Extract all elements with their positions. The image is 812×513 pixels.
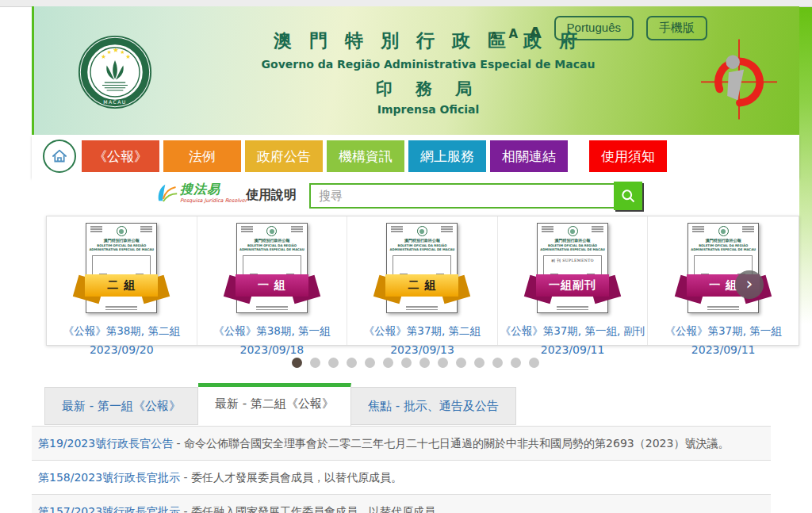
list-item: 第19/2023號行政長官公告 - 命令公佈聯合國安全理事會於二零二三年七月二十…: [32, 426, 771, 460]
mobile-version-button[interactable]: 手機版: [646, 16, 707, 40]
svg-text:★: ★: [101, 53, 106, 60]
list-item: 第158/2023號行政長官批示 - 委任人才發展委員會成員，以替代原成員。: [32, 460, 771, 494]
gazette-date: 2023/09/11: [498, 343, 648, 356]
cover-title-zh: 澳門特別行政區公報: [688, 238, 758, 243]
macau-emblem: ★ ★ ★ ★ ★ MACAU: [78, 35, 152, 109]
carousel-dot[interactable]: [310, 358, 320, 368]
item-link[interactable]: 第157/2023號行政長官批示: [38, 505, 180, 513]
gazette-link[interactable]: 《公報》第38期, 第二組: [47, 324, 197, 339]
font-size-large-button[interactable]: A: [529, 25, 541, 40]
usage-instructions-link[interactable]: 使用說明: [246, 187, 297, 204]
cover-content-box: 副 刊 SUPLEMENTO: [243, 255, 301, 292]
cover-title-pt2: ADMINISTRATIVA ESPECIAL DE MACAU: [387, 247, 457, 251]
item-link[interactable]: 第19/2023號行政長官公告: [38, 437, 173, 450]
carousel-item: 澳門特別行政區公報 BOLETIM OFICIAL DA REGIÃO ADMI…: [347, 216, 498, 345]
cover-emblem-icon: [718, 226, 729, 236]
cover-content-box: 副 刊 SUPLEMENTO: [543, 255, 602, 292]
cover-title-pt2: ADMINISTRATIVA ESPECIAL DE MACAU: [538, 247, 607, 251]
search-input[interactable]: [309, 183, 620, 209]
list-item: 第157/2023號行政長官批示 - 委任融入國家發展工作委員會成員，以替代原成…: [32, 494, 771, 513]
carousel-dot[interactable]: [292, 358, 302, 368]
soufayi-logo-link[interactable]: 搜法易 Pesquisa Jurídica Resolver: [155, 182, 247, 204]
cover-right-caption: [140, 226, 152, 233]
item-link[interactable]: 第158/2023號行政長官批示: [38, 471, 180, 484]
cover-title-zh: 澳門特別行政區公報: [237, 238, 307, 243]
carousel-dot[interactable]: [474, 358, 485, 368]
gazette-link[interactable]: 《公報》第37期, 第二組: [347, 324, 497, 339]
search-button[interactable]: [614, 182, 642, 210]
carousel-dot[interactable]: [511, 358, 521, 368]
nav-button[interactable]: 政府公告: [245, 140, 323, 172]
cover-title-zh: 澳門特別行政區公報: [86, 238, 156, 243]
carousel-dot[interactable]: [347, 358, 357, 368]
nav-button[interactable]: 相關連結: [490, 140, 568, 172]
cover-title-zh: 澳門特別行政區公報: [387, 238, 457, 243]
gazette-link[interactable]: 《公報》第38期, 第一組: [197, 324, 347, 339]
svg-text:★: ★: [121, 49, 125, 56]
site-title-pt: Governo da Região Administrativa Especia…: [230, 58, 626, 71]
cover-right-caption: [441, 226, 453, 233]
cover-left-caption: [692, 226, 704, 233]
nav-button[interactable]: 法例: [163, 140, 241, 172]
tab[interactable]: 最新 - 第二組《公報》: [198, 383, 351, 427]
soufayi-logo-zh: 搜法易: [180, 182, 247, 197]
carousel-dot[interactable]: [438, 358, 448, 368]
gazette-link[interactable]: 《公報》第37期, 第一組: [648, 324, 799, 339]
font-size-small-button[interactable]: A: [490, 31, 497, 40]
cover-title-pt2: ADMINISTRATIVA ESPECIAL DE MACAU: [688, 247, 758, 251]
language-portugues-button[interactable]: Português: [554, 16, 634, 40]
item-description: - 委任融入國家發展工作委員會成員，以替代原成員。: [180, 505, 446, 513]
nav-button[interactable]: 《公報》: [82, 140, 159, 172]
home-button[interactable]: [43, 140, 76, 173]
gazette-cover[interactable]: 澳門特別行政區公報 BOLETIM OFICIAL DA REGIÃO ADMI…: [386, 223, 458, 313]
cover-left-caption: [542, 226, 553, 233]
cover-left-caption: [90, 226, 102, 233]
tab[interactable]: 焦點 - 批示、通告及公告: [351, 387, 516, 425]
carousel-item: 澳門特別行政區公報 BOLETIM OFICIAL DA REGIÃO ADMI…: [498, 216, 649, 345]
cover-title-pt2: ADMINISTRATIVA ESPECIAL DE MACAU: [237, 247, 307, 251]
nav-button[interactable]: 網上服務: [408, 140, 486, 172]
item-description: - 命令公佈聯合國安全理事會於二零二三年七月二十七日通過的關於中非共和國局勢的第…: [173, 437, 729, 450]
cover-emblem-icon: [266, 226, 277, 236]
gazette-date: 2023/09/18: [197, 343, 347, 356]
nav-button[interactable]: 使用須知: [589, 140, 667, 172]
emblem-macau-text: MACAU: [103, 99, 126, 105]
carousel-dot[interactable]: [365, 358, 375, 368]
carousel-dot[interactable]: [401, 358, 412, 368]
cover-left-caption: [241, 226, 253, 233]
search-section: 搜法易 Pesquisa Jurídica Resolver 使用說明: [32, 178, 799, 216]
carousel-item: 澳門特別行政區公報 BOLETIM OFICIAL DA REGIÃO ADMI…: [47, 216, 197, 345]
cover-emblem-icon: [568, 226, 578, 236]
carousel-dot[interactable]: [328, 358, 339, 368]
cover-left-caption: [391, 226, 403, 233]
carousel-track: 澳門特別行政區公報 BOLETIM OFICIAL DA REGIÃO ADMI…: [47, 216, 799, 345]
site-title-block: 澳 門 特 別 行 政 區 政 府 Governo da Região Admi…: [230, 29, 626, 116]
bureau-title-pt: Imprensa Oficial: [230, 103, 626, 116]
carousel-dot[interactable]: [492, 358, 503, 368]
gazette-cover[interactable]: 澳門特別行政區公報 BOLETIM OFICIAL DA REGIÃO ADMI…: [236, 223, 308, 313]
gazette-cover[interactable]: 澳門特別行政區公報 BOLETIM OFICIAL DA REGIÃO ADMI…: [86, 223, 157, 313]
nav-button[interactable]: 機構資訊: [327, 140, 404, 172]
gazette-cover[interactable]: 澳門特別行政區公報 BOLETIM OFICIAL DA REGIÃO ADMI…: [537, 223, 608, 313]
soufayi-logo-icon: [155, 183, 178, 203]
page-background-gradient: [799, 7, 812, 324]
svg-text:★: ★: [113, 46, 119, 54]
carousel-dot[interactable]: [456, 358, 466, 368]
cover-supplement-label: 副 刊 SUPLEMENTO: [544, 258, 601, 262]
gazette-link[interactable]: 《公報》第37期, 第一組, 副刊: [498, 324, 648, 339]
cover-right-caption: [592, 226, 603, 233]
font-size-medium-button[interactable]: A: [509, 29, 519, 40]
home-icon: [49, 146, 70, 167]
gazette-cover[interactable]: 澳門特別行政區公報 BOLETIM OFICIAL DA REGIÃO ADMI…: [688, 223, 759, 313]
main-navigation: 《公報》法例政府公告機構資訊網上服務相關連結使用須知: [32, 135, 799, 178]
carousel-dot[interactable]: [529, 358, 539, 368]
carousel-dot[interactable]: [419, 358, 430, 368]
bureau-title-zh: 印 務 局: [230, 78, 626, 100]
carousel-dot[interactable]: [383, 358, 393, 368]
carousel-next-button[interactable]: ›: [735, 270, 764, 299]
soufayi-logo-pt: Pesquisa Jurídica Resolver: [180, 197, 247, 204]
cover-emblem-icon: [117, 226, 127, 236]
site-header: ★ ★ ★ ★ ★ MACAU 澳 門 特 別 行 政 區 政 府 Govern…: [32, 6, 799, 135]
svg-text:★: ★: [107, 49, 112, 56]
tab[interactable]: 最新 - 第一組《公報》: [44, 387, 198, 425]
